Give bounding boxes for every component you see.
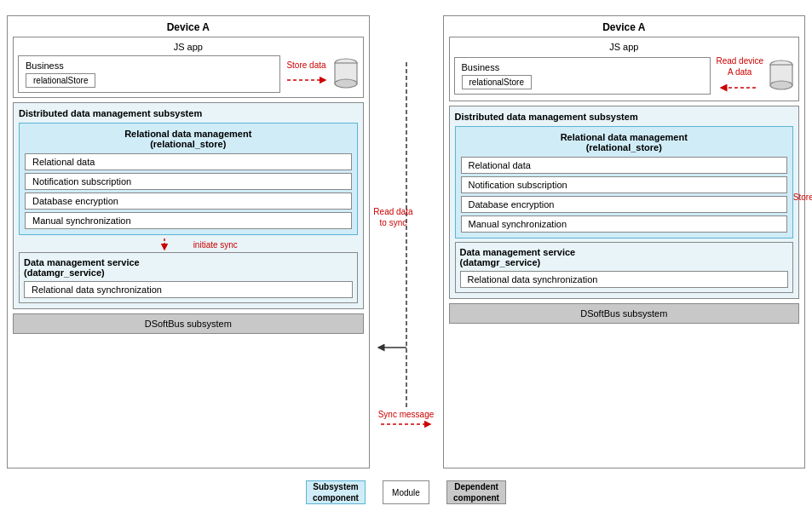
right-db-cylinder — [769, 60, 794, 92]
legend: Subsystemcomponent Module Dependentcompo… — [7, 477, 805, 508]
right-device-title: Device A — [449, 21, 800, 33]
left-comp-manual: Manual synchronization — [25, 212, 352, 229]
left-relational-mgmt: Relational data management(relational_st… — [19, 123, 358, 235]
left-diagram: Device A JS app Business relationalStore… — [7, 15, 370, 468]
left-comp-relational-data: Relational data — [25, 153, 352, 170]
right-relational-mgmt: Relational data management(relational_st… — [455, 126, 794, 239]
right-dsoftbus: DSoftBus subsystem — [449, 303, 800, 324]
legend-dependent-box: Dependentcomponent — [446, 480, 506, 504]
left-business-title: Business — [26, 60, 273, 71]
right-relational-mgmt-title: Relational data management(relational_st… — [461, 132, 788, 152]
right-js-app-title: JS app — [454, 42, 795, 52]
left-db-cylinder — [333, 58, 359, 90]
left-device-title: Device A — [13, 21, 364, 33]
right-comp-notification: Notification subscription — [461, 176, 788, 193]
center-arrows-area: Sync message — [377, 15, 436, 468]
left-comp-database: Database encryption — [25, 193, 352, 210]
right-relational-store-box: relationalStore — [462, 75, 532, 89]
left-js-app: JS app Business relationalStore Store da… — [13, 37, 364, 98]
center-sync-message: Sync message — [378, 410, 435, 419]
right-store-data-label: Store data — [793, 193, 812, 202]
right-comp-database: Database encryption — [461, 196, 788, 213]
right-js-app: JS app Business relationalStore Read dev… — [449, 37, 800, 101]
left-data-mgmt-title: Data management service(datamgr_service) — [24, 257, 353, 278]
right-subsystem-title: Distributed data management subsystem — [455, 112, 794, 122]
legend-subsystem-box: Subsystemcomponent — [306, 480, 366, 504]
left-js-app-title: JS app — [18, 42, 359, 52]
left-business-box: Business relationalStore — [18, 55, 280, 93]
right-business-box: Business relationalStore — [454, 57, 711, 95]
center-arrows-svg — [377, 15, 436, 468]
right-read-device-label: Read deviceA data — [716, 55, 763, 78]
left-dsoftbus: DSoftBus subsystem — [13, 313, 364, 334]
left-sync-component: Relational data synchronization — [24, 281, 353, 298]
left-comp-notification: Notification subscription — [25, 173, 352, 190]
svg-point-3 — [335, 79, 357, 88]
right-read-arrow — [718, 79, 761, 96]
left-store-data-label: Store data — [286, 60, 325, 70]
legend-module-box: Module — [383, 480, 429, 504]
right-data-mgmt: Data management service(datamgr_service)… — [455, 242, 794, 293]
left-relational-store-box: relationalStore — [26, 73, 95, 88]
right-comp-relational-data: Relational data — [461, 157, 788, 174]
left-subsystem-outer: Distributed data management subsystem Re… — [13, 102, 364, 309]
left-read-data-label: Read data to sync — [373, 206, 412, 228]
left-subsystem-title: Distributed data management subsystem — [19, 108, 358, 118]
right-subsystem-outer: Distributed data management subsystem Re… — [449, 106, 800, 299]
legend-dependent: Dependentcomponent — [446, 480, 506, 504]
legend-module: Module — [383, 480, 429, 504]
left-data-mgmt: Data management service(datamgr_service)… — [19, 252, 358, 303]
right-business-title: Business — [462, 62, 704, 72]
left-initiate-sync: initiate sync — [19, 239, 358, 250]
svg-point-11 — [770, 81, 792, 89]
legend-subsystem: Subsystemcomponent — [306, 480, 366, 504]
right-comp-manual: Manual synchronization — [461, 216, 788, 233]
left-store-data-arrow — [285, 72, 328, 89]
right-diagram: Device A JS app Business relationalStore… — [443, 15, 806, 468]
left-relational-mgmt-title: Relational data management(relational_st… — [25, 129, 352, 149]
right-sync-component: Relational data synchronization — [460, 271, 789, 288]
right-data-mgmt-title: Data management service(datamgr_service) — [460, 247, 789, 267]
